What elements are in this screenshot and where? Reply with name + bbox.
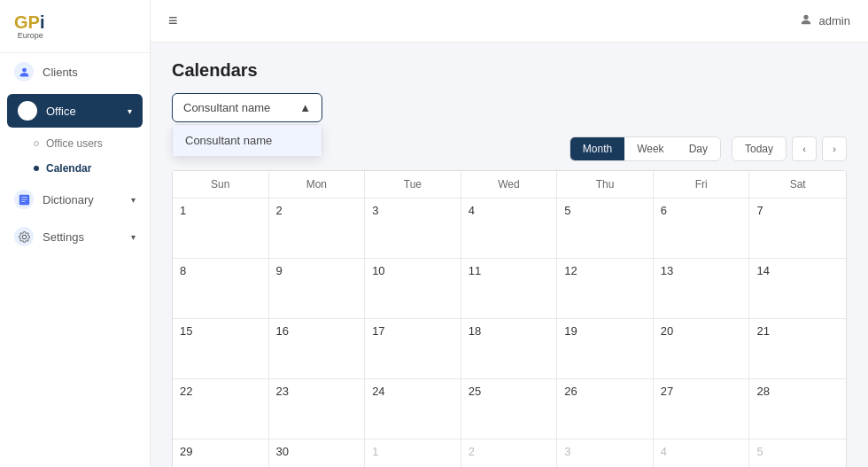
calendar-cell[interactable]: 28: [749, 379, 846, 440]
calendar-cell[interactable]: 23: [269, 379, 366, 440]
page-title: Calendars: [172, 60, 847, 81]
prev-month-button[interactable]: ‹: [792, 136, 817, 161]
calendar-cell[interactable]: 21: [749, 319, 846, 379]
header-sun: Sun: [173, 171, 269, 198]
calendar-cell[interactable]: 20: [654, 319, 750, 379]
sidebar-item-calendar[interactable]: Calendar: [0, 156, 150, 181]
office-icon: [18, 101, 37, 121]
view-day-button[interactable]: Day: [677, 137, 720, 160]
dropdown-menu: Consultant name: [172, 124, 322, 157]
dropdown-option-consultant[interactable]: Consultant name: [173, 125, 322, 156]
consultant-dropdown[interactable]: Consultant name ▲: [172, 93, 322, 122]
calendar-cell[interactable]: 5: [557, 198, 654, 259]
sidebar-item-clients[interactable]: Clients: [0, 53, 150, 90]
calendar-header: Sun Mon Tue Wed Thu Fri Sat: [173, 171, 846, 198]
sidebar-item-office[interactable]: Office ▾: [7, 94, 143, 128]
admin-area: admin: [800, 13, 850, 28]
calendar-cell[interactable]: 2: [269, 198, 366, 259]
calendar-cell[interactable]: 3: [557, 440, 654, 467]
nav-buttons: Today ‹ ›: [732, 136, 847, 161]
calendar-cell[interactable]: 15: [173, 319, 269, 379]
today-button[interactable]: Today: [732, 136, 787, 161]
header-fri: Fri: [654, 171, 750, 198]
sidebar-item-office-users[interactable]: Office users: [0, 131, 150, 156]
header-thu: Thu: [557, 171, 654, 198]
settings-chevron-icon: ▾: [131, 232, 136, 242]
calendar-cell[interactable]: 27: [654, 379, 750, 440]
calendar-cell[interactable]: 1: [173, 198, 269, 259]
calendar-cell[interactable]: 30: [269, 440, 366, 467]
view-toggle-group: Month Week Day: [570, 136, 721, 161]
sidebar-item-dictionary[interactable]: Dictionary ▾: [0, 181, 150, 218]
settings-icon: [14, 227, 34, 246]
dictionary-chevron-icon: ▾: [131, 195, 136, 205]
logo-area: GPi Europe: [0, 0, 150, 53]
next-month-button[interactable]: ›: [822, 136, 847, 161]
calendar-cell[interactable]: 8: [173, 259, 269, 319]
calendar-cell[interactable]: 4: [654, 440, 750, 467]
view-month-button[interactable]: Month: [570, 137, 624, 160]
office-users-dot: [34, 141, 39, 146]
calendar-nav-group: Month Week Day Today ‹ ›: [570, 136, 847, 161]
calendar-cell[interactable]: 24: [365, 379, 461, 440]
consultant-dropdown-wrapper: Consultant name ▲ Consultant name: [172, 93, 322, 122]
calendar-cell[interactable]: 13: [654, 259, 750, 319]
main-content: ≡ admin Calendars Consultant name ▲ Cons…: [151, 0, 868, 467]
view-week-button[interactable]: Week: [624, 137, 676, 160]
office-label: Office: [46, 105, 76, 118]
calendar-cell[interactable]: 12: [557, 259, 654, 319]
header-sat: Sat: [749, 171, 846, 198]
calendar-dot: [34, 166, 39, 171]
calendar-cell[interactable]: 17: [365, 319, 461, 379]
user-icon: [800, 13, 812, 28]
calendar-label: Calendar: [46, 162, 91, 175]
admin-label: admin: [819, 14, 850, 27]
header-tue: Tue: [365, 171, 461, 198]
calendar-cell[interactable]: 9: [269, 259, 366, 319]
dropdown-chevron-up-icon: ▲: [299, 101, 311, 114]
office-users-label: Office users: [46, 137, 103, 150]
calendar-grid: Sun Mon Tue Wed Thu Fri Sat 123456789101…: [172, 170, 847, 467]
calendar-cell[interactable]: 7: [749, 198, 846, 259]
calendar-cell[interactable]: 26: [557, 379, 654, 440]
content-area: Calendars Consultant name ▲ Consultant n…: [151, 43, 868, 467]
calendar-cell[interactable]: 29: [173, 440, 269, 467]
hamburger-menu-icon[interactable]: ≡: [168, 12, 178, 30]
header-wed: Wed: [461, 171, 558, 198]
calendar-cell[interactable]: 6: [654, 198, 750, 259]
logo-i: i: [40, 12, 45, 32]
header-mon: Mon: [269, 171, 366, 198]
calendar-cell[interactable]: 14: [749, 259, 846, 319]
calendar-cell[interactable]: 16: [269, 319, 366, 379]
clients-icon: [14, 62, 34, 82]
dictionary-label: Dictionary: [43, 193, 94, 206]
calendar-cell[interactable]: 2: [461, 440, 558, 467]
calendar-cell[interactable]: 10: [365, 259, 461, 319]
calendar-cell[interactable]: 18: [461, 319, 558, 379]
calendar-cell[interactable]: 1: [365, 440, 461, 467]
logo-gp: GP: [14, 12, 40, 32]
office-chevron-icon: ▾: [128, 106, 132, 116]
calendar-cell[interactable]: 5: [749, 440, 846, 467]
logo-europe: Europe: [16, 31, 44, 40]
dictionary-icon: [14, 190, 34, 209]
calendar-cell[interactable]: 4: [461, 198, 558, 259]
sidebar: GPi Europe Clients Office ▾ Office users…: [0, 0, 151, 467]
dropdown-selected-value: Consultant name: [183, 101, 270, 114]
sidebar-item-settings[interactable]: Settings ▾: [0, 218, 150, 255]
calendar-cell[interactable]: 25: [461, 379, 558, 440]
clients-label: Clients: [43, 66, 78, 79]
settings-label: Settings: [43, 230, 84, 244]
calendar-cell[interactable]: 22: [173, 379, 269, 440]
calendar-cell[interactable]: 19: [557, 319, 654, 379]
calendar-cell[interactable]: 11: [461, 259, 558, 319]
calendar-cell[interactable]: 3: [365, 198, 461, 259]
topbar: ≡ admin: [151, 0, 868, 43]
calendar-body: 1234567891011121314151617181920212223242…: [173, 198, 846, 467]
